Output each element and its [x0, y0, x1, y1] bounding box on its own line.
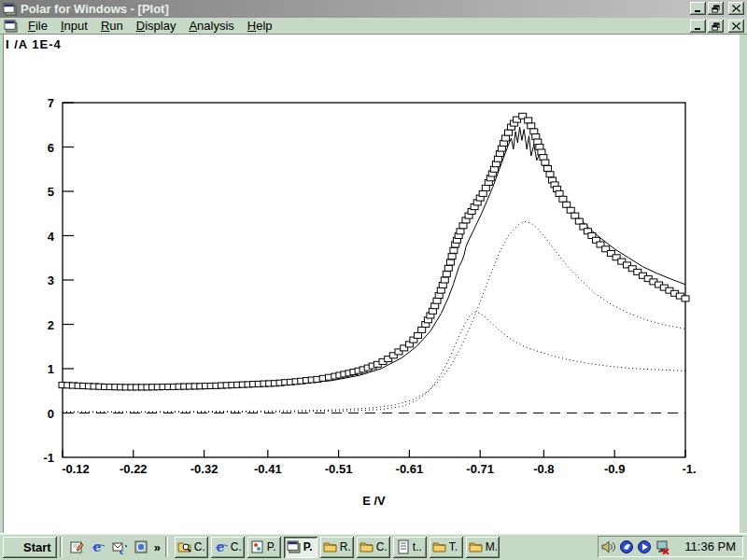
- task-button-3[interactable]: P.: [247, 537, 281, 558]
- svg-text:-0.8: -0.8: [533, 462, 554, 476]
- title-bar: Polar for Windows - [Plot]: [0, 0, 747, 18]
- start-button[interactable]: Start: [3, 537, 57, 558]
- svg-text:-0.32: -0.32: [190, 462, 218, 476]
- svg-text:E /V: E /V: [362, 494, 386, 508]
- task-button-4-active[interactable]: P.: [284, 537, 317, 558]
- taskbar-separator: [60, 537, 63, 557]
- task-button-8[interactable]: T.: [430, 537, 463, 558]
- folder-icon: [359, 539, 374, 554]
- folder-icon: [323, 539, 338, 554]
- svg-text:4: 4: [48, 230, 55, 244]
- restore-button[interactable]: [708, 2, 724, 15]
- task-button-label: R.: [340, 540, 351, 553]
- svg-text:7: 7: [48, 96, 54, 110]
- window-controls: [690, 2, 744, 15]
- child-window-controls: [690, 20, 744, 33]
- task-button-label: t..: [413, 540, 422, 553]
- network-offline-icon[interactable]: [655, 539, 669, 554]
- volume-icon[interactable]: [601, 539, 616, 554]
- svg-text:3: 3: [48, 273, 54, 287]
- menu-bar: FileInputRunDisplayAnalysisHelp: [0, 18, 747, 35]
- task-button-6[interactable]: C.: [357, 537, 390, 558]
- app-icon[interactable]: [2, 2, 17, 17]
- minimize-button[interactable]: [690, 2, 706, 15]
- menu-input[interactable]: Input: [54, 18, 94, 34]
- quicklaunch-outlook-express[interactable]: [111, 539, 128, 555]
- task-button-label: T.: [449, 540, 458, 553]
- quick-launch-overflow-chevron[interactable]: »: [152, 540, 162, 554]
- task-button-1[interactable]: C.: [175, 537, 208, 558]
- child-system-menu-icon[interactable]: [3, 19, 18, 34]
- taskbar-separator-2: [165, 537, 168, 557]
- task-button-2[interactable]: eC.: [211, 537, 245, 558]
- restore-button[interactable]: [708, 20, 724, 33]
- task-button-label: M.: [486, 540, 497, 553]
- menu-run[interactable]: Run: [94, 18, 130, 34]
- svg-text:5: 5: [48, 185, 54, 199]
- task-buttons: C.eC.P.P.R.C.t..T.M.: [175, 537, 500, 558]
- task-button-label: P.: [303, 540, 313, 553]
- task-button-label: C.: [194, 540, 205, 553]
- svg-text:-0.61: -0.61: [396, 462, 424, 476]
- close-button[interactable]: [728, 2, 744, 15]
- windows-flag-icon: [6, 539, 21, 554]
- task-button-9[interactable]: M.: [466, 537, 500, 558]
- svg-text:-0.71: -0.71: [466, 462, 494, 476]
- svg-text:-1: -1: [43, 451, 54, 465]
- internet-explorer-icon: e: [214, 539, 229, 554]
- search-folder-icon: [177, 539, 192, 554]
- menu-help[interactable]: Help: [241, 18, 279, 34]
- svg-text:0: 0: [48, 407, 54, 421]
- svg-text:-0.22: -0.22: [120, 462, 148, 476]
- quicklaunch-internet-explorer[interactable]: e: [90, 539, 106, 555]
- menu-items: FileInputRunDisplayAnalysisHelp: [21, 18, 279, 34]
- svg-text:-0.51: -0.51: [325, 462, 353, 476]
- svg-text:-1.: -1.: [682, 462, 696, 476]
- svg-text:-0.9: -0.9: [604, 462, 625, 476]
- close-button[interactable]: [728, 20, 744, 33]
- quicklaunch-channels[interactable]: [133, 539, 149, 555]
- svg-text:2: 2: [48, 318, 54, 332]
- menu-file[interactable]: File: [21, 18, 54, 34]
- system-tray: 11:36 PM: [598, 536, 743, 557]
- plot-canvas: 76543210-1-0.12-0.22-0.32-0.41-0.51-0.61…: [4, 35, 740, 533]
- text-document-icon: [396, 539, 411, 554]
- folder-icon: [469, 539, 484, 554]
- task-button-5[interactable]: R.: [320, 537, 354, 558]
- start-label: Start: [23, 540, 51, 554]
- menu-display[interactable]: Display: [130, 18, 183, 34]
- folder-icon: [432, 539, 447, 554]
- window-title: Polar for Windows - [Plot]: [21, 2, 169, 16]
- tray-clock: 11:36 PM: [684, 539, 736, 553]
- media-player-2-icon[interactable]: [637, 539, 652, 554]
- svg-text:6: 6: [48, 141, 54, 155]
- task-button-label: C.: [231, 540, 242, 553]
- paint-app-icon: [250, 539, 265, 554]
- task-button-label: C.: [376, 540, 388, 553]
- svg-text:-0.41: -0.41: [254, 462, 282, 476]
- media-player-1-icon[interactable]: [619, 539, 634, 554]
- svg-text:-0.12: -0.12: [62, 462, 90, 476]
- task-button-label: P.: [267, 540, 276, 553]
- polar-app-icon: [287, 539, 302, 554]
- menu-analysis[interactable]: Analysis: [182, 18, 240, 34]
- plot-client-area: I /A 1E-4 76543210-1-0.12-0.22-0.32-0.41…: [3, 35, 740, 533]
- quicklaunch-show-desktop[interactable]: [68, 539, 85, 555]
- svg-text:1: 1: [48, 362, 54, 376]
- task-button-7[interactable]: t..: [393, 537, 427, 558]
- minimize-button[interactable]: [690, 20, 706, 33]
- quick-launch: e: [65, 539, 152, 555]
